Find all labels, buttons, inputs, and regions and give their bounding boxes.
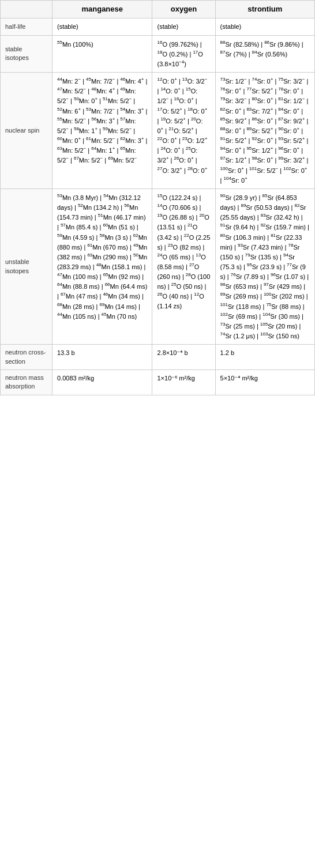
cell-nuclear-spin-oxygen: 12O: 0+ | 13O: 3/2− | 14O: 0+ | 15O: 1/2… bbox=[152, 73, 215, 189]
cell-neutron-mass-absorption-manganese: 0.0083 m²/kg bbox=[52, 370, 152, 395]
cell-neutron-cross-section-strontium: 1.2 b bbox=[215, 345, 314, 370]
row-label-half-life: half-life bbox=[1, 18, 52, 36]
cell-unstable-isotopes-strontium: 90Sr (28.9 yr) | 85Sr (64.853 days) | 89… bbox=[215, 188, 314, 344]
cell-nuclear-spin-strontium: 73Sr: 1/2− | 74Sr: 0+ | 75Sr: 3/2− | 76S… bbox=[215, 73, 314, 189]
cell-half-life-strontium: (stable) bbox=[215, 18, 314, 36]
col-header-strontium: strontium bbox=[215, 1, 314, 18]
row-label-stable-isotopes: stable isotopes bbox=[1, 35, 52, 72]
cell-neutron-mass-absorption-oxygen: 1×10⁻⁶ m²/kg bbox=[152, 370, 215, 395]
cell-neutron-cross-section-manganese: 13.3 b bbox=[52, 345, 152, 370]
cell-stable-isotopes-oxygen: 16O (99.762%) | 18O (0.2%) | 17O (3.8×10… bbox=[152, 35, 215, 72]
row-label-neutron-cross-section: neutron cross-section bbox=[1, 345, 52, 370]
cell-unstable-isotopes-oxygen: 15O (122.24 s) | 14O (70.606 s) | 19O (2… bbox=[152, 188, 215, 344]
row-label-nuclear-spin: nuclear spin bbox=[1, 73, 52, 189]
cell-neutron-mass-absorption-strontium: 5×10⁻⁴ m²/kg bbox=[215, 370, 314, 395]
col-header-oxygen: oxygen bbox=[152, 1, 215, 18]
row-label-neutron-mass-absorption: neutron mass absorption bbox=[1, 370, 52, 395]
col-header-empty bbox=[1, 1, 52, 18]
row-label-unstable-isotopes: unstable isotopes bbox=[1, 188, 52, 344]
cell-half-life-manganese: (stable) bbox=[52, 18, 152, 36]
cell-stable-isotopes-manganese: 55Mn (100%) bbox=[52, 35, 152, 72]
cell-stable-isotopes-strontium: 88Sr (82.58%) | 86Sr (9.86%) | 87Sr (7%)… bbox=[215, 35, 314, 72]
cell-nuclear-spin-manganese: 44Mn: 2− | 45Mn: 7/2− | 46Mn: 4+ | 47Mn:… bbox=[52, 73, 152, 189]
cell-unstable-isotopes-manganese: 53Mn (3.8 Myr) | 54Mn (312.12 days) | 52… bbox=[52, 188, 152, 344]
cell-half-life-oxygen: (stable) bbox=[152, 18, 215, 36]
col-header-manganese: manganese bbox=[52, 1, 152, 18]
cell-neutron-cross-section-oxygen: 2.8×10⁻⁴ b bbox=[152, 345, 215, 370]
